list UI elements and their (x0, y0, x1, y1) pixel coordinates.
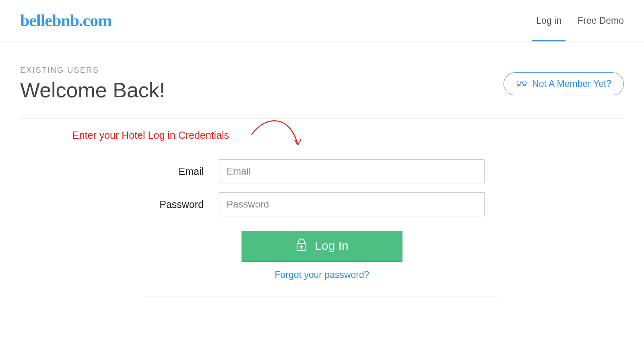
login-form: Email Password Log In Forgot your passwo… (143, 143, 501, 297)
top-nav-bar: bellebnb.com Log in Free Demo (0, 0, 644, 41)
email-label: Email (151, 166, 204, 177)
login-button-label: Log In (315, 239, 348, 253)
not-member-button[interactable]: Not A Member Yet? (504, 72, 624, 95)
login-button[interactable]: Log In (242, 231, 402, 262)
svg-point-0 (517, 81, 521, 85)
email-row: Email (151, 159, 493, 183)
glasses-icon (516, 78, 527, 89)
eyebrow-text: EXISTING USERS (20, 66, 165, 75)
password-field[interactable] (219, 192, 485, 216)
svg-point-3 (301, 246, 302, 247)
svg-point-1 (522, 81, 526, 85)
annotation-text: Enter your Hotel Log in Credentials (72, 130, 229, 141)
not-member-label: Not A Member Yet? (532, 78, 611, 89)
lock-icon (295, 238, 308, 254)
brand-logo: bellebnb.com (20, 11, 111, 30)
main-content: EXISTING USERS Welcome Back! Not A Membe… (0, 41, 644, 297)
nav-free-demo[interactable]: Free Demo (578, 0, 624, 41)
forgot-password-link[interactable]: Forgot your password? (151, 269, 493, 280)
email-field[interactable] (219, 159, 485, 183)
password-row: Password (151, 192, 493, 216)
nav-login[interactable]: Log in (536, 0, 561, 41)
page-title: Welcome Back! (20, 78, 165, 102)
page-header: EXISTING USERS Welcome Back! Not A Membe… (20, 66, 624, 119)
password-label: Password (151, 199, 204, 210)
nav-links: Log in Free Demo (536, 0, 624, 41)
title-block: EXISTING USERS Welcome Back! (20, 66, 165, 102)
